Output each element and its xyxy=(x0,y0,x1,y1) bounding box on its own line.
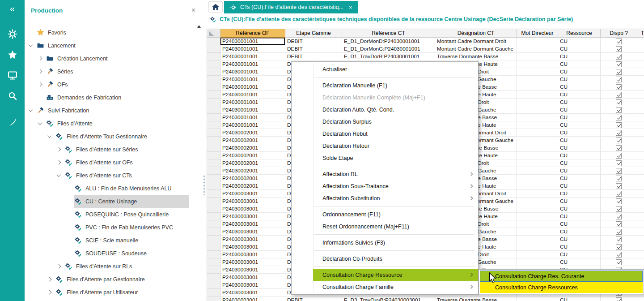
cell-ressource[interactable]: CU xyxy=(558,258,601,266)
row-selector[interactable] xyxy=(207,220,220,228)
cell-mot-directeur[interactable] xyxy=(517,205,558,213)
cell-dispo[interactable] xyxy=(601,175,637,182)
table-row[interactable]: P24030001001DEBITE_D1_DorMonD:P240300010… xyxy=(207,38,644,45)
cell-ressource[interactable]: CU xyxy=(558,228,601,236)
cell-ressource[interactable]: CU xyxy=(558,83,601,91)
home-tab-button[interactable] xyxy=(208,1,223,13)
tab-cts-cu[interactable]: CTs (CU):File d'attente des caractéristi… xyxy=(224,1,358,13)
cell-ressource[interactable]: CU xyxy=(558,137,601,144)
cell-dispo[interactable] xyxy=(601,76,637,83)
row-selector[interactable] xyxy=(207,289,220,297)
cell-r-f-rence-ct[interactable]: E_D3_TravOuvB:P24030003001 xyxy=(342,297,435,301)
tree-item-suivi-fabrication[interactable]: Suivi Fabrication xyxy=(25,104,196,117)
row-selector[interactable] xyxy=(207,266,220,274)
cell-dispo[interactable] xyxy=(601,182,637,190)
cell-ressource[interactable]: CU xyxy=(558,220,601,228)
row-selector[interactable] xyxy=(207,297,220,301)
tree-item-posequinc-pose-quincaillerie[interactable]: POSEQUINC : Pose Quincaillerie xyxy=(25,208,196,221)
chevron-right-icon[interactable] xyxy=(38,69,42,74)
cell-mot-directeur[interactable] xyxy=(517,228,558,236)
cell-dispo[interactable] xyxy=(601,198,637,205)
cell-mot-directeur[interactable] xyxy=(517,53,558,60)
cell-d-signation-ct[interactable]: Traverse Ouvrante Basse xyxy=(435,297,517,301)
cell-r-f-rence-of[interactable]: P24030003001 xyxy=(220,213,285,220)
tree-item-files-d-attente-tout-gestionnaire[interactable]: Files d'Attente Tout Gestionnaire xyxy=(25,130,196,143)
chevron-down-icon[interactable] xyxy=(29,108,33,112)
cell-r-f-rence-of[interactable]: P24030001001 xyxy=(220,53,285,60)
cell-ressource[interactable]: CU xyxy=(558,205,601,213)
select-all-corner[interactable] xyxy=(207,29,220,38)
cell-r-f-rence-of[interactable]: P24030001001 xyxy=(220,91,285,99)
cell-etape-gamme[interactable]: DEBIT xyxy=(285,297,342,301)
cell-mot-directeur[interactable] xyxy=(517,144,558,152)
cell-r-f-rence-of[interactable]: P24030003001 xyxy=(220,243,285,251)
cell-dispo[interactable] xyxy=(601,159,637,167)
row-selector[interactable] xyxy=(207,159,220,167)
tree-item-alu-fin-de-fab-menuiseries-alu[interactable]: ALU : Fin de Fab Menuiseries ALU xyxy=(25,182,196,195)
cell-dispo[interactable] xyxy=(601,228,637,236)
cell-mot-directeur[interactable] xyxy=(517,76,558,83)
cell-dispo[interactable] xyxy=(601,258,637,266)
cell-mot-directeur[interactable] xyxy=(517,213,558,220)
column-header-d-signation-ct[interactable]: Désignation CT xyxy=(435,29,517,38)
tab-close-icon[interactable]: × xyxy=(349,4,352,11)
row-selector[interactable] xyxy=(207,45,220,53)
cell-r-f-rence-of[interactable]: P24030003001 xyxy=(220,205,285,213)
cell-ressource[interactable]: CU xyxy=(558,38,601,45)
menu-item-affectation-rl[interactable]: Affectation RL xyxy=(292,168,478,180)
row-selector[interactable] xyxy=(207,213,220,220)
row-selector[interactable] xyxy=(207,205,220,213)
cell-dispo[interactable] xyxy=(601,236,637,243)
cell-mot-directeur[interactable] xyxy=(517,60,558,68)
cell-ressource[interactable]: CU xyxy=(558,159,601,167)
cell-r-f-rence-of[interactable]: P24030003001 xyxy=(220,220,285,228)
cell-d-signation-ct[interactable]: Traverse Dormante Basse xyxy=(435,53,517,60)
column-header-dispo[interactable]: Dispo ? xyxy=(601,29,637,38)
cell-dispo[interactable] xyxy=(601,99,637,106)
menu-item-d-claration-retour[interactable]: Déclaration Retour xyxy=(292,140,478,152)
cell-ressource[interactable]: CU xyxy=(558,175,601,182)
row-selector[interactable] xyxy=(207,198,220,205)
cell-dispo[interactable] xyxy=(601,297,637,301)
cell-dispo[interactable] xyxy=(601,220,637,228)
row-selector[interactable] xyxy=(207,38,220,45)
cell-dispo[interactable] xyxy=(601,53,637,60)
cell-mot-directeur[interactable] xyxy=(517,251,558,258)
cell-dispo[interactable] xyxy=(601,190,637,198)
tree-item-files-d-attente-sur-rls[interactable]: Files d'Attente sur RLs xyxy=(25,260,196,273)
cell-r-f-rence-of[interactable]: P24030003001 xyxy=(220,190,285,198)
row-selector[interactable] xyxy=(207,167,220,175)
cell-mot-directeur[interactable] xyxy=(517,182,558,190)
cell-mot-directeur[interactable] xyxy=(517,167,558,175)
cell-r-f-rence-of[interactable]: P24030001001 xyxy=(220,45,285,53)
menu-item-ordonnancement-f11[interactable]: Ordonnancement (F11) xyxy=(292,208,478,220)
cell-mot-directeur[interactable] xyxy=(517,220,558,228)
cell-mot-directeur[interactable] xyxy=(517,198,558,205)
table-row[interactable]: P24030001001DEBITE_D1_DorMonG:P240300010… xyxy=(207,45,644,53)
cell-mot-directeur[interactable] xyxy=(517,152,558,159)
chevron-right-icon[interactable] xyxy=(57,264,61,269)
cell-r-f-rence-of[interactable]: P24030002001 xyxy=(220,144,285,152)
tree-item-cu-centre-usinage[interactable]: CU : Centre Usinage xyxy=(25,195,196,208)
menu-item-consultation-charge-ressource[interactable]: Consultation Charge Ressource xyxy=(292,269,478,281)
column-header-r-f-rence-ct[interactable]: Référence CT xyxy=(342,29,435,38)
cell-mot-directeur[interactable] xyxy=(517,129,558,137)
cell-r-f-rence-of[interactable]: P24030003001 xyxy=(220,281,285,289)
column-header-etape-gamme[interactable]: Etape Gamme xyxy=(285,29,342,38)
cell-mot-directeur[interactable] xyxy=(517,121,558,129)
cell-mot-directeur[interactable] xyxy=(517,137,558,144)
cell-r-f-rence-of[interactable]: P24030003001 xyxy=(220,228,285,236)
chevron-down-icon[interactable] xyxy=(57,172,61,177)
cell-dispo[interactable] xyxy=(601,137,637,144)
cell-r-f-rence-of[interactable]: P24030001001 xyxy=(220,68,285,76)
cell-r-f-rence-of[interactable]: P24030003001 xyxy=(220,266,285,274)
row-selector[interactable] xyxy=(207,236,220,243)
collapse-sidebar-button[interactable]: « xyxy=(10,4,15,14)
cell-ressource[interactable]: CU xyxy=(558,182,601,190)
chevron-right-icon[interactable] xyxy=(38,82,42,87)
menu-item-solde-etape[interactable]: Solde Etape xyxy=(292,152,478,164)
scrollbar-up-arrow-icon[interactable] xyxy=(197,25,201,28)
cell-ressource[interactable]: CU xyxy=(558,251,601,258)
cell-r-f-rence-of[interactable]: P24030003001 xyxy=(220,274,285,281)
cell-r-f-rence-of[interactable]: P24030003001 xyxy=(220,289,285,297)
